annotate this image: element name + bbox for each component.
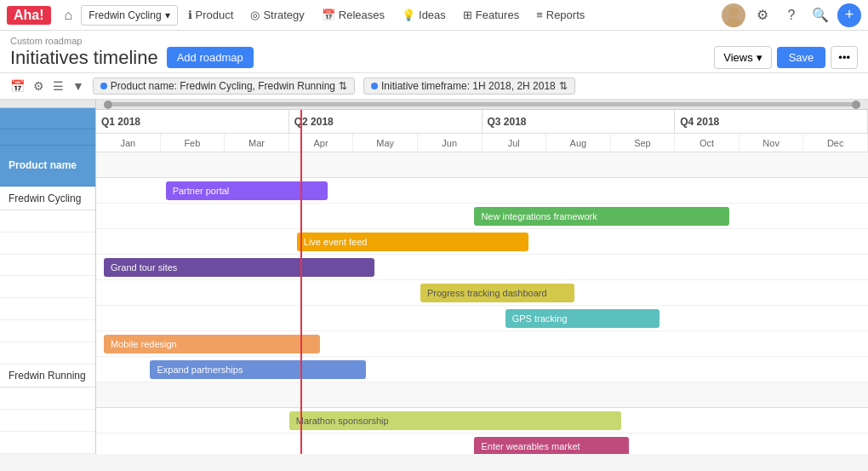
- nav-product[interactable]: ℹ Product: [181, 5, 241, 25]
- bar-marathon[interactable]: Marathon sponsorship: [289, 411, 621, 430]
- filter-dot-icon: [100, 83, 107, 89]
- bar-live-event[interactable]: Live event feed: [297, 233, 528, 251]
- quarter-q2: Q2 2018: [289, 110, 483, 134]
- month-sep: Sep: [611, 134, 676, 152]
- gantt-row-expand-partnerships: Expand partnerships: [96, 357, 868, 382]
- toolbar: 📅 ⚙ ☰ ▼ Product name: Fredwin Cycling, F…: [0, 73, 868, 100]
- month-nov: Nov: [740, 134, 804, 152]
- add-roadmap-button[interactable]: Add roadmap: [167, 47, 254, 68]
- breadcrumb: Custom roadmap: [10, 36, 858, 46]
- settings-icon[interactable]: ⚙: [751, 3, 774, 27]
- bar-progress-tracking[interactable]: Progress tracking dashboard: [420, 284, 574, 302]
- product-filter[interactable]: Product name: Fredwin Cycling, Fredwin R…: [93, 78, 355, 95]
- gantt-row-grand-tour: Grand tour sites: [96, 255, 868, 280]
- product-dropdown[interactable]: Fredwin Cycling ▾: [81, 5, 177, 26]
- calendar-icon: 📅: [322, 9, 335, 21]
- month-oct: Oct: [675, 134, 740, 152]
- gantt-row-mobile-redesign: Mobile redesign: [96, 331, 868, 357]
- filter-icon[interactable]: ▼: [72, 79, 84, 93]
- svg-point-0: [728, 7, 739, 17]
- left-row: [0, 342, 95, 365]
- month-dec: Dec: [803, 134, 868, 152]
- left-month-spacer: [0, 129, 95, 146]
- page-title: Initiatives timeline: [10, 47, 158, 69]
- left-row: [0, 255, 95, 277]
- settings-icon[interactable]: ⚙: [33, 79, 44, 93]
- reports-icon: ≡: [536, 9, 543, 21]
- bar-expand-partnerships[interactable]: Expand partnerships: [150, 360, 366, 379]
- slider-row: [0, 100, 95, 108]
- search-icon[interactable]: 🔍: [808, 3, 832, 27]
- nav-strategy[interactable]: ◎ Strategy: [243, 5, 311, 25]
- bar-partner-portal[interactable]: Partner portal: [166, 181, 328, 200]
- month-feb: Feb: [161, 134, 226, 152]
- nav-releases[interactable]: 📅 Releases: [315, 5, 391, 25]
- gantt-row-progress-tracking: Progress tracking dashboard: [96, 280, 868, 306]
- left-row: [0, 298, 95, 320]
- quarter-q3: Q3 2018: [483, 110, 676, 134]
- month-apr: Apr: [289, 134, 354, 152]
- strategy-icon: ◎: [250, 9, 260, 21]
- chevron-down-icon: ▾: [757, 51, 762, 64]
- top-nav: Aha! ⌂ Fredwin Cycling ▾ ℹ Product ◎ Str…: [0, 0, 868, 31]
- filter-dot-icon: [371, 83, 378, 89]
- timeline-grid-wrapper: Q1 2018 Q2 2018 Q3 2018 Q4 2018 Jan Feb …: [96, 110, 868, 454]
- svg-point-1: [725, 18, 742, 27]
- nav-reports[interactable]: ≡ Reports: [529, 5, 591, 25]
- quarter-q1: Q1 2018: [96, 110, 289, 134]
- bar-new-integrations[interactable]: New integrations framework: [474, 207, 728, 226]
- save-button[interactable]: Save: [777, 47, 826, 68]
- nav-features[interactable]: ⊞ Features: [456, 5, 526, 25]
- filter-dropdown-icon: ⇅: [339, 80, 347, 92]
- left-row: [0, 276, 95, 298]
- left-row: [0, 210, 95, 233]
- left-header: Product name: [0, 146, 95, 187]
- bar-grand-tour[interactable]: Grand tour sites: [104, 258, 374, 277]
- left-row: [0, 320, 95, 342]
- running-group-header-row: [96, 382, 868, 408]
- sub-header: Custom roadmap Initiatives timeline Add …: [0, 31, 868, 73]
- filter-dropdown-icon: ⇅: [559, 80, 568, 92]
- home-icon[interactable]: ⌂: [60, 4, 78, 26]
- more-options-button[interactable]: •••: [831, 46, 858, 69]
- views-button[interactable]: Views ▾: [714, 46, 771, 69]
- product-icon: ℹ: [188, 9, 192, 21]
- user-avatar[interactable]: [722, 3, 745, 27]
- timeline-container: Product name Fredwin Cycling Fredwin Run…: [0, 100, 868, 454]
- left-row: [0, 432, 95, 454]
- left-group-cycling: Fredwin Cycling: [0, 187, 95, 210]
- nav-ideas[interactable]: 💡 Ideas: [395, 5, 453, 25]
- left-row: [0, 410, 95, 432]
- left-quarter-spacer: [0, 108, 95, 129]
- quarter-q4: Q4 2018: [675, 110, 868, 134]
- gantt-row-wearables: Enter wearables market: [96, 434, 868, 454]
- right-timeline[interactable]: Q1 2018 Q2 2018 Q3 2018 Q4 2018 Jan Feb …: [96, 100, 868, 454]
- month-mar: Mar: [225, 134, 289, 152]
- product-name: Fredwin Cycling: [89, 9, 161, 21]
- gantt-row-new-integrations: New integrations framework: [96, 204, 868, 229]
- chevron-down-icon: ▾: [165, 9, 170, 21]
- bar-mobile-redesign[interactable]: Mobile redesign: [104, 335, 320, 353]
- month-aug: Aug: [546, 134, 611, 152]
- left-row: [0, 233, 95, 255]
- features-icon: ⊞: [463, 9, 472, 21]
- left-panel: Product name Fredwin Cycling Fredwin Run…: [0, 100, 96, 454]
- month-jan: Jan: [96, 134, 161, 152]
- grid-icon[interactable]: ☰: [53, 79, 64, 93]
- left-group-running: Fredwin Running: [0, 365, 95, 388]
- cycling-group-header-row: [96, 152, 868, 178]
- left-row: [0, 388, 95, 410]
- ideas-icon: 💡: [402, 9, 415, 21]
- bar-wearables[interactable]: Enter wearables market: [474, 437, 628, 454]
- timeframe-filter[interactable]: Initiative timeframe: 1H 2018, 2H 2018 ⇅: [363, 78, 575, 95]
- gantt-row-live-event: Live event feed: [96, 229, 868, 255]
- timeline-slider[interactable]: [96, 100, 868, 110]
- logo: Aha!: [7, 6, 51, 25]
- add-button[interactable]: +: [837, 3, 861, 27]
- bar-gps-cycling[interactable]: GPS tracking: [505, 309, 660, 328]
- help-icon[interactable]: ?: [779, 3, 803, 27]
- calendar-view-icon[interactable]: 📅: [10, 79, 25, 93]
- month-jun: Jun: [418, 134, 483, 152]
- month-may: May: [353, 134, 418, 152]
- gantt-row-gps-cycling: GPS tracking: [96, 306, 868, 331]
